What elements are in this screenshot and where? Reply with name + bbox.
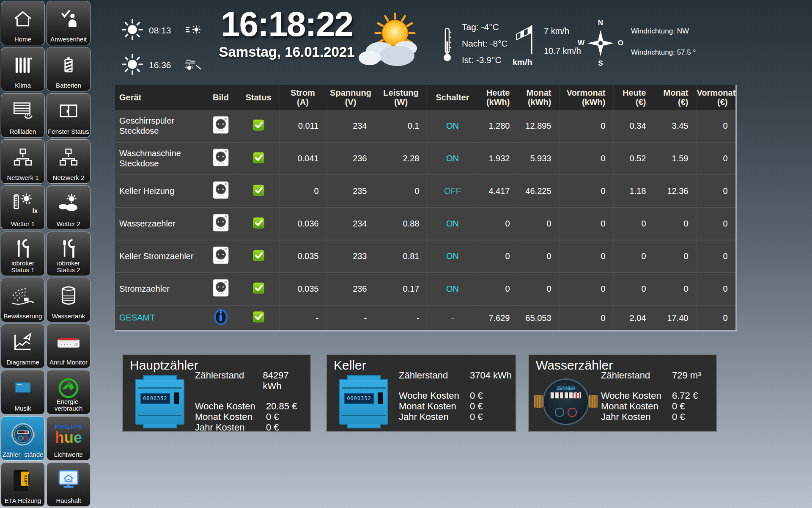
device-image-cell [204,207,238,240]
sidebar-item-eta-heizung[interactable]: PELLETSETA Heizung [1,462,45,507]
sidebar-item-anruf-monitor[interactable]: Anruf Monitor [47,324,91,368]
sidebar-item-bewaesserung[interactable]: Bewässerung [1,278,45,322]
reading-value: 84297 kWh [263,370,308,391]
strom-value: 0 [279,175,326,207]
monat-eur-value: 0 [654,240,696,273]
table-row: Keller Heizung 0 235 0 OFF 4.417 46.225 … [115,175,736,207]
heute-kwh-value: 0 [478,207,518,240]
schalter-toggle[interactable]: ON [427,240,478,273]
pellet-boiler-icon [1,465,44,495]
thermometer-sun-icon [1,188,44,218]
schalter-toggle[interactable]: ON [427,110,478,142]
sunset-row: 16:36 [122,54,202,76]
heute-kwh-value: 1.932 [478,142,518,175]
status-cell [238,240,279,273]
wind-direction-text: Windrichtung: NW [631,27,696,36]
sidebar-item-netzwerk-2[interactable]: Netzwerk 2 [47,139,91,184]
schalter-toggle[interactable]: ON [427,273,478,305]
heute-kwh-value: 1.280 [478,110,518,142]
schalter-toggle[interactable]: ON [427,207,478,240]
sidebar-item-label: Home [14,36,32,43]
schalter-toggle[interactable]: - [427,305,478,331]
info-icon [213,318,228,327]
chart-icon [1,327,44,357]
network-icon [1,142,44,172]
status-cell [238,175,279,207]
card-hauptzaehler: Hauptzähler 0000352 Zählerstand84297 kWh… [122,354,311,432]
sidebar-item-rollladen[interactable]: Rollladen [1,93,45,138]
monat-kwh-value: 0 [518,240,559,273]
wind-speeds: 7 km/h 10.7 km/h [544,26,581,66]
reading-label: Zählerstand [601,370,672,381]
leistung-value: 0.1 [375,110,427,142]
status-ok-icon [253,315,264,324]
sidebar-item-iobroker-status-2[interactable]: iobroker Status 2 [47,232,91,276]
strom-value: 0.035 [279,240,326,273]
device-name: Stromzaehler [115,273,204,305]
table-row: Stromzaehler 0.035 236 0.17 ON 0 0 0 0 0… [115,273,736,305]
monat-kwh-value: 5.933 [518,142,559,175]
dashboard: Home Anwesenheit Klima Batterien Rolllad… [0,0,812,508]
schalter-toggle[interactable]: ON [427,142,478,175]
sidebar-item-label: Bewässerung [3,313,43,320]
card-keller: Keller 0000352 Zählerstand3704 kWh Woche… [326,354,516,432]
sidebar-item-fenster-status[interactable]: Fenster Status [47,93,91,138]
sidebar-item-label: Anruf Monitor [49,359,88,366]
sidebar-item-haushalt[interactable]: Haushalt [47,462,91,507]
sidebar: Home Anwesenheit Klima Batterien Rolllad… [0,0,91,508]
sidebar-item-iobroker-status-1[interactable]: iobroker Status 1 [1,232,45,276]
compass-n: N [577,19,624,27]
device-image-cell [204,110,238,142]
monat-kwh-value: 65.053 [518,305,559,331]
heute-kwh-value: 4.417 [478,175,518,207]
leistung-value: 0 [375,175,427,207]
spannung-value: 235 [326,175,375,207]
vormonat-kwh-value: 0 [559,305,613,331]
sidebar-item-musik[interactable]: Musik [1,370,45,414]
schalter-toggle[interactable]: OFF [427,175,478,207]
sidebar-item-wetter-2[interactable]: Wetter 2 [47,185,91,230]
vormonat-eur-value: 0 [696,142,736,175]
cost-value: 0 € [266,411,279,422]
sun-icon [122,54,143,77]
device-name: GESAMT [115,305,204,331]
table-row: Keller Stromzaehler 0.035 233 0.81 ON 0 … [115,240,736,273]
sidebar-item-diagramme[interactable]: Diagramme [1,324,45,368]
sidebar-item-klima[interactable]: Klima [1,47,45,91]
wind-speed: 7 km/h [544,26,581,36]
sidebar-item-anwesenheit[interactable]: Anwesenheit [47,1,91,45]
sunrise-row: 08:13 [122,19,202,41]
cost-label: Monat Kosten [195,411,266,422]
compass-w: W [578,39,584,47]
sidebar-item-hue-lichtwerte[interactable]: PHILIPShue Lichtwerte [47,416,91,461]
cost-value: 20.85 € [266,401,297,411]
compass: N W O S [577,19,624,67]
sidebar-item-netzwerk-1[interactable]: Netzwerk 1 [1,139,45,184]
sidebar-item-wassertank[interactable]: Wassertank [47,278,91,322]
sun-clouds-icon [47,188,90,218]
status-cell [238,110,279,142]
vormonat-eur-value: 0 [696,175,736,207]
status-ok-icon [253,123,264,133]
device-image-cell [204,305,238,331]
heute-eur-value: 0.34 [613,110,654,142]
sidebar-item-label: Zähler- stände [2,451,44,458]
clock-block: 16:18:22 Samstag, 16.01.2021 [194,4,380,60]
table-row: Waschmaschine Steckdose 0.041 236 2.28 O… [115,142,736,175]
sun-icon [122,19,143,42]
sidebar-item-zaehlerstaende[interactable]: Zähler- stände [1,416,45,461]
sidebar-item-batterien[interactable]: Batterien [47,47,91,91]
reading-value: 3704 kWh [470,370,512,381]
sidebar-item-energieverbrauch[interactable]: Energie-verbrauch [47,370,91,414]
meter-lcd-display: 0000352 [344,393,374,404]
cost-label: Jahr Kosten [399,411,470,422]
cost-label: Jahr Kosten [601,411,672,422]
sidebar-item-label: Wetter 1 [10,221,36,227]
vormonat-kwh-value: 0 [559,175,613,207]
sidebar-item-wetter-1[interactable]: lxWetter 1 [1,185,45,230]
device-image-cell [204,142,238,175]
sidebar-item-home[interactable]: Home [1,1,45,45]
heute-eur-value: 0.52 [613,142,654,175]
monat-kwh-value: 46.225 [518,175,559,207]
reading-label: Zählerstand [399,370,470,381]
